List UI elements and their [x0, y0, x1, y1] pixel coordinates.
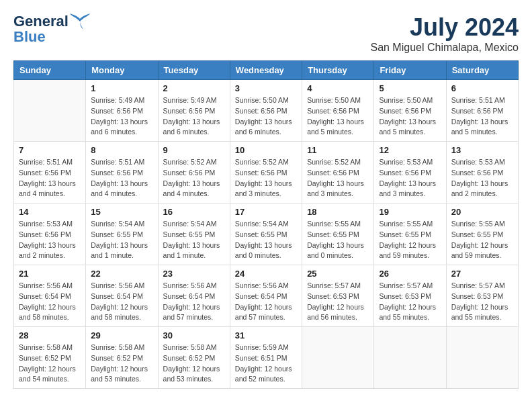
daylight-text: and 6 minutes. [235, 127, 297, 138]
sunset-text: Sunset: 6:56 PM [91, 168, 152, 179]
sunset-text: Sunset: 6:56 PM [163, 106, 225, 117]
calendar-cell: 18Sunrise: 5:55 AMSunset: 6:55 PMDayligh… [302, 203, 374, 265]
daylight-text: Daylight: 12 hours [379, 302, 441, 313]
sunset-text: Sunset: 6:55 PM [307, 230, 369, 240]
calendar-cell: 16Sunrise: 5:54 AMSunset: 6:55 PMDayligh… [158, 203, 230, 265]
sunset-text: Sunset: 6:55 PM [163, 230, 225, 240]
sunrise-text: Sunrise: 5:58 AM [19, 342, 81, 353]
daylight-text: and 57 minutes. [163, 312, 225, 323]
day-number: 3 [235, 83, 297, 93]
day-number: 5 [379, 83, 441, 93]
weekday-header: Saturday [446, 61, 518, 80]
daylight-text: Daylight: 12 hours [19, 302, 81, 313]
daylight-text: and 5 minutes. [379, 127, 441, 138]
calendar-cell: 29Sunrise: 5:58 AMSunset: 6:52 PMDayligh… [86, 327, 158, 389]
sunrise-text: Sunrise: 5:54 AM [235, 219, 297, 230]
daylight-text: and 58 minutes. [19, 312, 81, 323]
sunset-text: Sunset: 6:54 PM [91, 291, 152, 302]
week-row: 1Sunrise: 5:49 AMSunset: 6:56 PMDaylight… [14, 80, 519, 142]
day-number: 19 [379, 207, 441, 217]
day-number: 14 [19, 207, 81, 217]
daylight-text: Daylight: 12 hours [19, 364, 81, 375]
daylight-text: Daylight: 13 hours [91, 179, 152, 189]
sunset-text: Sunset: 6:56 PM [307, 106, 369, 117]
daylight-text: and 53 minutes. [91, 374, 152, 385]
subtitle: San Miguel Chimalapa, Mexico [370, 42, 519, 54]
daylight-text: Daylight: 13 hours [235, 179, 297, 189]
calendar-cell: 9Sunrise: 5:52 AMSunset: 6:56 PMDaylight… [158, 142, 230, 203]
calendar-cell: 17Sunrise: 5:54 AMSunset: 6:55 PMDayligh… [230, 203, 302, 265]
title-area: July 2024 San Miguel Chimalapa, Mexico [370, 13, 519, 54]
calendar-cell: 1Sunrise: 5:49 AMSunset: 6:56 PMDaylight… [86, 80, 158, 142]
sunrise-text: Sunrise: 5:52 AM [235, 157, 297, 168]
sunrise-text: Sunrise: 5:58 AM [91, 342, 152, 353]
daylight-text: Daylight: 13 hours [451, 117, 513, 128]
sunrise-text: Sunrise: 5:51 AM [19, 157, 81, 168]
daylight-text: Daylight: 12 hours [307, 302, 369, 313]
daylight-text: Daylight: 12 hours [379, 240, 441, 251]
daylight-text: and 6 minutes. [91, 127, 152, 138]
day-info: Sunrise: 5:51 AMSunset: 6:56 PMDaylight:… [91, 157, 152, 199]
daylight-text: Daylight: 13 hours [379, 179, 441, 189]
daylight-text: and 57 minutes. [235, 312, 297, 323]
calendar-cell: 7Sunrise: 5:51 AMSunset: 6:56 PMDaylight… [14, 142, 86, 203]
week-row: 21Sunrise: 5:56 AMSunset: 6:54 PMDayligh… [14, 265, 519, 327]
weekday-header: Monday [86, 61, 158, 80]
sunrise-text: Sunrise: 5:58 AM [163, 342, 225, 353]
day-number: 2 [163, 83, 225, 93]
day-number: 4 [307, 83, 369, 93]
weekday-header: Sunday [14, 61, 86, 80]
day-info: Sunrise: 5:54 AMSunset: 6:55 PMDaylight:… [91, 219, 152, 261]
sunrise-text: Sunrise: 5:56 AM [235, 281, 297, 291]
day-number: 20 [451, 207, 513, 217]
calendar-cell [302, 327, 374, 389]
sunset-text: Sunset: 6:52 PM [163, 353, 225, 364]
day-info: Sunrise: 5:56 AMSunset: 6:54 PMDaylight:… [163, 281, 225, 323]
sunset-text: Sunset: 6:53 PM [379, 291, 441, 302]
sunset-text: Sunset: 6:54 PM [163, 291, 225, 302]
daylight-text: and 53 minutes. [163, 374, 225, 385]
daylight-text: Daylight: 13 hours [379, 117, 441, 128]
logo-bird-icon [70, 12, 90, 34]
daylight-text: and 52 minutes. [235, 374, 297, 385]
daylight-text: and 59 minutes. [451, 250, 513, 261]
calendar-cell: 15Sunrise: 5:54 AMSunset: 6:55 PMDayligh… [86, 203, 158, 265]
daylight-text: and 5 minutes. [451, 127, 513, 138]
sunset-text: Sunset: 6:55 PM [235, 230, 297, 240]
logo-general: General [13, 13, 69, 29]
sunrise-text: Sunrise: 5:51 AM [91, 157, 152, 168]
day-info: Sunrise: 5:55 AMSunset: 6:55 PMDaylight:… [451, 219, 513, 261]
sunset-text: Sunset: 6:52 PM [91, 353, 152, 364]
logo-blue: Blue [13, 29, 69, 44]
day-info: Sunrise: 5:52 AMSunset: 6:56 PMDaylight:… [163, 157, 225, 199]
weekday-header-row: SundayMondayTuesdayWednesdayThursdayFrid… [14, 61, 519, 80]
sunset-text: Sunset: 6:55 PM [91, 230, 152, 240]
week-row: 28Sunrise: 5:58 AMSunset: 6:52 PMDayligh… [14, 327, 519, 389]
daylight-text: Daylight: 13 hours [19, 179, 81, 189]
daylight-text: Daylight: 13 hours [307, 117, 369, 128]
day-number: 9 [163, 145, 225, 155]
daylight-text: Daylight: 13 hours [163, 240, 225, 251]
calendar-cell: 4Sunrise: 5:50 AMSunset: 6:56 PMDaylight… [302, 80, 374, 142]
sunset-text: Sunset: 6:55 PM [451, 230, 513, 240]
sunrise-text: Sunrise: 5:57 AM [379, 281, 441, 291]
daylight-text: and 55 minutes. [451, 312, 513, 323]
sunrise-text: Sunrise: 5:53 AM [19, 219, 81, 230]
day-info: Sunrise: 5:50 AMSunset: 6:56 PMDaylight:… [307, 95, 369, 138]
sunset-text: Sunset: 6:53 PM [307, 291, 369, 302]
sunrise-text: Sunrise: 5:56 AM [163, 281, 225, 291]
calendar-cell: 26Sunrise: 5:57 AMSunset: 6:53 PMDayligh… [374, 265, 446, 327]
daylight-text: Daylight: 13 hours [235, 117, 297, 128]
calendar-cell: 25Sunrise: 5:57 AMSunset: 6:53 PMDayligh… [302, 265, 374, 327]
daylight-text: Daylight: 13 hours [163, 117, 225, 128]
sunset-text: Sunset: 6:56 PM [379, 168, 441, 179]
day-info: Sunrise: 5:54 AMSunset: 6:55 PMDaylight:… [235, 219, 297, 261]
day-info: Sunrise: 5:57 AMSunset: 6:53 PMDaylight:… [379, 281, 441, 323]
day-number: 1 [91, 83, 152, 93]
sunrise-text: Sunrise: 5:52 AM [163, 157, 225, 168]
calendar-cell: 20Sunrise: 5:55 AMSunset: 6:55 PMDayligh… [446, 203, 518, 265]
day-info: Sunrise: 5:58 AMSunset: 6:52 PMDaylight:… [19, 342, 81, 385]
daylight-text: and 3 minutes. [307, 189, 369, 199]
calendar-cell: 8Sunrise: 5:51 AMSunset: 6:56 PMDaylight… [86, 142, 158, 203]
day-info: Sunrise: 5:49 AMSunset: 6:56 PMDaylight:… [163, 95, 225, 138]
